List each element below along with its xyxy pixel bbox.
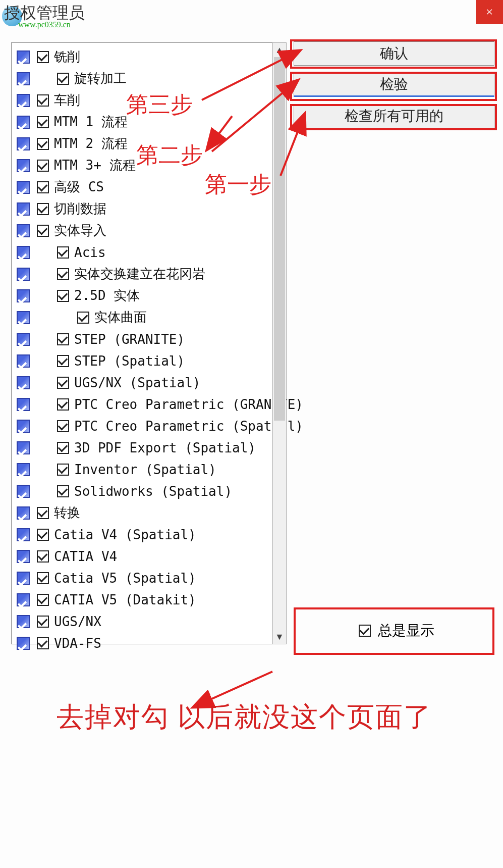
feature-label: 实体导入 xyxy=(54,222,106,239)
status-icon xyxy=(17,333,30,346)
feature-checkbox[interactable] xyxy=(37,637,49,649)
feature-checkbox[interactable] xyxy=(37,572,49,584)
scroll-thumb[interactable] xyxy=(274,57,285,421)
status-icon xyxy=(17,354,30,368)
tree-row: Catia V4 (Spatial) xyxy=(14,524,285,545)
feature-checkbox[interactable] xyxy=(77,312,89,324)
feature-label: VDA-FS xyxy=(54,636,101,651)
scroll-track[interactable] xyxy=(273,57,286,630)
check-all-button[interactable]: 检查所有可用的 xyxy=(294,104,494,128)
feature-checkbox[interactable] xyxy=(57,420,69,432)
feature-label: 转换 xyxy=(54,504,80,522)
feature-checkbox[interactable] xyxy=(37,181,49,193)
tree-row: MTM 3+ 流程 xyxy=(14,155,285,176)
feature-label: PTC Creo Parametric (Spatial) xyxy=(74,419,303,434)
feature-checkbox[interactable] xyxy=(57,355,69,367)
tree-row: Acis xyxy=(14,241,285,263)
tree-row: Solidworks (Spatial) xyxy=(14,480,285,502)
status-icon xyxy=(17,398,30,411)
status-icon xyxy=(17,441,30,454)
feature-label: Inventor (Spatial) xyxy=(74,462,216,477)
feature-checkbox[interactable] xyxy=(57,333,69,345)
feature-label: Catia V4 (Spatial) xyxy=(54,527,196,542)
always-show-group: 总是显示 xyxy=(300,610,493,651)
tree-row: 转换 xyxy=(14,502,285,524)
status-icon xyxy=(17,137,30,150)
feature-label: STEP (GRANITE) xyxy=(74,332,185,347)
feature-checkbox[interactable] xyxy=(37,616,49,628)
feature-label: 2.5D 实体 xyxy=(74,287,140,304)
feature-label: UGS/NX xyxy=(54,614,101,629)
feature-checkbox[interactable] xyxy=(57,377,69,389)
tree-row: UGS/NX (Spatial) xyxy=(14,372,285,393)
svg-line-5 xyxy=(208,672,272,700)
license-tree-panel: 铣削旋转加工车削MTM 1 流程MTM 2 流程MTM 3+ 流程高级 CS切削… xyxy=(11,42,287,644)
feature-label: Acis xyxy=(74,245,106,260)
status-icon xyxy=(17,159,30,172)
feature-label: Solidworks (Spatial) xyxy=(74,484,232,499)
feature-checkbox[interactable] xyxy=(37,94,49,107)
feature-checkbox[interactable] xyxy=(37,594,49,606)
always-show-checkbox[interactable] xyxy=(359,625,371,637)
close-button[interactable]: × xyxy=(476,0,503,24)
tree-row: VDA-FS xyxy=(14,632,285,654)
feature-checkbox[interactable] xyxy=(57,268,69,280)
feature-checkbox[interactable] xyxy=(37,203,49,215)
feature-checkbox[interactable] xyxy=(37,138,49,150)
tree-row: MTM 1 流程 xyxy=(14,111,285,133)
scroll-up-arrow[interactable]: ▲ xyxy=(273,43,286,57)
license-tree: 铣削旋转加工车削MTM 1 流程MTM 2 流程MTM 3+ 流程高级 CS切削… xyxy=(12,43,287,657)
feature-checkbox[interactable] xyxy=(37,550,49,563)
feature-label: CATIA V5 (Datakit) xyxy=(54,592,196,607)
status-icon xyxy=(17,116,30,129)
status-icon xyxy=(17,289,30,302)
feature-label: CATIA V4 xyxy=(54,549,117,564)
status-icon xyxy=(17,181,30,194)
feature-label: MTM 3+ 流程 xyxy=(54,157,136,174)
tree-row: 实体交换建立在花冈岩 xyxy=(14,263,285,285)
always-show-label: 总是显示 xyxy=(378,621,434,640)
tree-row: STEP (Spatial) xyxy=(14,350,285,372)
feature-checkbox[interactable] xyxy=(57,398,69,411)
feature-checkbox[interactable] xyxy=(57,290,69,302)
status-icon xyxy=(17,615,30,628)
status-icon xyxy=(17,376,30,389)
tree-row: CATIA V5 (Datakit) xyxy=(14,589,285,610)
right-button-group: 确认 检验 检查所有可用的 xyxy=(294,41,494,135)
tree-row: 2.5D 实体 xyxy=(14,285,285,307)
tree-row: PTC Creo Parametric (Spatial) xyxy=(14,415,285,437)
tree-row: PTC Creo Parametric (GRANITE) xyxy=(14,393,285,415)
feature-checkbox[interactable] xyxy=(37,529,49,541)
scroll-down-arrow[interactable]: ▼ xyxy=(273,630,286,644)
tree-row: STEP (GRANITE) xyxy=(14,328,285,350)
tree-row: 旋转加工 xyxy=(14,68,285,89)
tree-row: CATIA V4 xyxy=(14,545,285,567)
feature-label: 实体交换建立在花冈岩 xyxy=(74,265,205,283)
tree-row: 铣削 xyxy=(14,46,285,68)
status-icon xyxy=(17,528,30,541)
title-left: 授权管理员 www.pc0359.cn xyxy=(0,0,89,32)
feature-label: 切削数据 xyxy=(54,200,106,218)
feature-checkbox[interactable] xyxy=(37,51,49,63)
feature-checkbox[interactable] xyxy=(57,73,69,85)
feature-checkbox[interactable] xyxy=(37,225,49,237)
feature-checkbox[interactable] xyxy=(57,485,69,497)
status-icon xyxy=(17,50,30,64)
verify-button[interactable]: 检验 xyxy=(294,73,494,97)
tree-row: 高级 CS xyxy=(14,176,285,198)
feature-checkbox[interactable] xyxy=(57,442,69,454)
tree-row: UGS/NX xyxy=(14,610,285,632)
scrollbar[interactable]: ▲ ▼ xyxy=(272,42,287,644)
feature-checkbox[interactable] xyxy=(37,160,49,172)
feature-checkbox[interactable] xyxy=(37,507,49,519)
status-icon xyxy=(17,268,30,281)
bottom-note: 去掉对勾 以后就没这个页面了 xyxy=(57,698,483,737)
verify-label: 检验 xyxy=(380,75,408,94)
feature-checkbox[interactable] xyxy=(57,464,69,476)
status-icon xyxy=(17,311,30,324)
confirm-button[interactable]: 确认 xyxy=(294,41,494,66)
feature-label: 实体曲面 xyxy=(94,309,147,326)
feature-checkbox[interactable] xyxy=(57,246,69,259)
status-icon xyxy=(17,572,30,585)
feature-checkbox[interactable] xyxy=(37,116,49,128)
